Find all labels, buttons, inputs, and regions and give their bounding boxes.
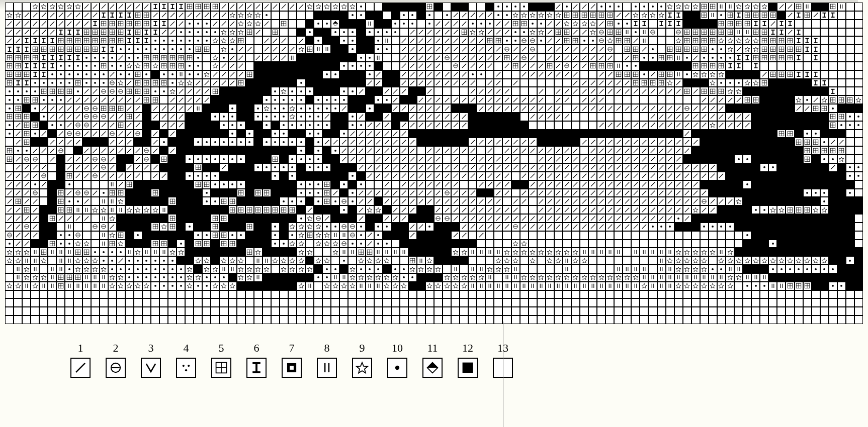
grid-cell <box>91 45 100 53</box>
grid-cell <box>134 197 142 205</box>
svg-line-2274 <box>24 199 28 203</box>
svg-line-1674 <box>410 123 414 127</box>
grid-cell <box>795 231 803 240</box>
grid-cell <box>588 205 597 214</box>
svg-line-365 <box>7 30 11 34</box>
svg-line-1735 <box>351 132 355 136</box>
grid-cell <box>485 62 494 70</box>
grid-cell <box>786 214 794 223</box>
grid-cell <box>494 172 502 180</box>
grid-cell <box>237 180 245 189</box>
grid-cell <box>726 189 734 197</box>
svg-line-1965 <box>642 157 646 161</box>
grid-cell <box>795 172 803 180</box>
grid-cell <box>726 95 734 104</box>
grid-cell <box>391 11 400 20</box>
svg-marker-50 <box>324 5 329 9</box>
svg-line-1532 <box>617 106 621 110</box>
grid-cell <box>22 197 31 205</box>
grid-cell <box>288 248 297 256</box>
grid-cell <box>803 28 812 37</box>
grid-cell <box>700 28 709 37</box>
grid-cell <box>82 53 91 62</box>
svg-point-1775 <box>300 141 302 143</box>
svg-line-2640 <box>453 233 457 237</box>
grid-cell <box>245 121 254 130</box>
grid-cell <box>854 79 863 87</box>
grid-cell <box>554 240 563 248</box>
grid-cell <box>846 138 854 146</box>
grid-cell <box>854 11 863 20</box>
grid-cell <box>39 70 48 79</box>
svg-line-2316 <box>427 199 431 203</box>
grid-cell <box>571 95 580 104</box>
svg-line-1808 <box>685 140 689 144</box>
grid-cell <box>91 146 100 155</box>
grid-cell <box>854 62 863 70</box>
grid-cell <box>366 146 374 155</box>
grid-cell <box>374 248 383 256</box>
grid-cell <box>331 70 339 79</box>
grid-cell <box>674 223 683 231</box>
svg-marker-796 <box>745 47 750 52</box>
grid-cell <box>760 36 768 45</box>
grid-cell <box>331 223 339 231</box>
grid-cell <box>263 79 271 87</box>
svg-line-2179 <box>659 182 663 186</box>
grid-cell <box>786 11 794 20</box>
grid-cell <box>529 223 537 231</box>
grid-cell <box>468 265 477 273</box>
svg-marker-3042 <box>530 275 535 280</box>
grid-cell <box>537 138 546 146</box>
svg-point-982 <box>85 65 88 67</box>
grid-cell <box>5 45 14 53</box>
grid-cell <box>159 214 168 223</box>
grid-cell <box>117 53 125 62</box>
grid-cell <box>451 282 460 290</box>
grid-cell <box>820 197 829 205</box>
grid-cell <box>795 223 803 231</box>
svg-line-2311 <box>385 199 389 203</box>
svg-point-1587 <box>231 116 233 118</box>
grid-cell <box>837 273 846 282</box>
grid-cell <box>597 104 605 113</box>
grid-cell <box>511 214 520 223</box>
grid-cell <box>546 248 554 256</box>
svg-line-2524 <box>16 225 20 229</box>
grid-cell <box>73 205 82 214</box>
grid-cell <box>117 146 125 155</box>
grid-cell <box>820 28 829 37</box>
svg-line-2534 <box>110 225 114 229</box>
svg-line-1879 <box>659 149 663 153</box>
grid-cell <box>288 223 297 231</box>
grid-cell <box>554 104 563 113</box>
svg-point-1773 <box>283 141 285 143</box>
grid-cell <box>228 315 237 324</box>
svg-marker-2844 <box>376 258 381 263</box>
grid-cell <box>563 130 571 138</box>
svg-line-887 <box>410 55 414 59</box>
grid-cell <box>554 290 563 299</box>
grid-cell <box>211 155 219 163</box>
grid-cell <box>425 290 434 299</box>
grid-cell <box>280 87 288 95</box>
grid-cell <box>451 45 460 53</box>
grid-cell <box>194 163 202 172</box>
grid-cell <box>400 231 408 240</box>
svg-line-1856 <box>436 149 440 153</box>
grid-cell <box>39 146 48 155</box>
grid-cell <box>520 265 529 273</box>
grid-cell <box>142 146 151 155</box>
svg-marker-2842 <box>359 258 364 263</box>
svg-line-2087 <box>436 174 440 178</box>
svg-line-445 <box>505 30 509 34</box>
grid-cell <box>443 240 451 248</box>
grid-cell <box>854 45 863 53</box>
svg-marker-89 <box>745 5 750 9</box>
grid-cell <box>734 53 743 62</box>
grid-cell <box>219 214 228 223</box>
svg-point-1418 <box>386 99 388 101</box>
grid-cell <box>709 95 717 104</box>
grid-cell <box>786 62 794 70</box>
svg-point-2882 <box>849 260 851 262</box>
